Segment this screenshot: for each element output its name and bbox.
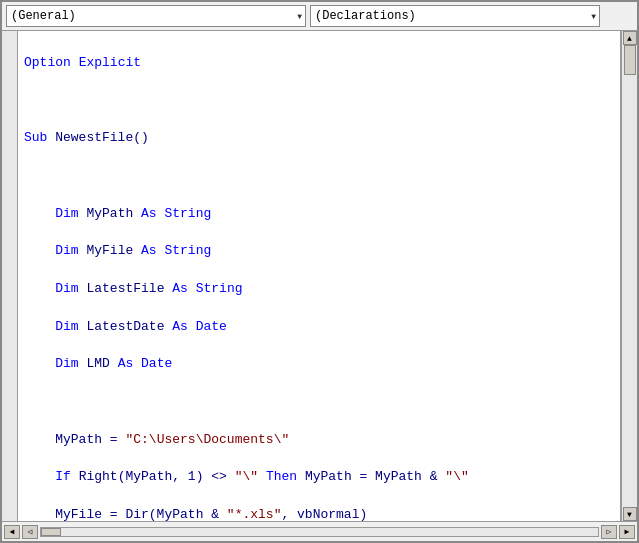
editor-area: Option Explicit Sub NewestFile() Dim MyP… <box>2 31 637 521</box>
code-line-1: Option Explicit <box>24 54 614 73</box>
bottom-bar: ◀ ◁ ▷ ▶ <box>2 521 637 541</box>
general-dropdown-wrapper: (General) <box>6 5 306 27</box>
code-line-8: Dim LatestDate As Date <box>24 318 614 337</box>
scroll-track <box>622 45 637 507</box>
general-dropdown[interactable]: (General) <box>6 5 306 27</box>
code-container[interactable]: Option Explicit Sub NewestFile() Dim MyP… <box>18 31 621 521</box>
code-line-3: Sub NewestFile() <box>24 129 614 148</box>
scroll-left-button[interactable]: ◀ <box>4 525 20 539</box>
code-line-7: Dim LatestFile As String <box>24 280 614 299</box>
code-line-11: MyPath = "C:\Users\Documents\" <box>24 431 614 450</box>
scroll-step-right-button[interactable]: ▷ <box>601 525 617 539</box>
code-line-4 <box>24 167 614 186</box>
code-line-9: Dim LMD As Date <box>24 355 614 374</box>
left-scrollbar <box>2 31 18 521</box>
scroll-thumb[interactable] <box>624 45 636 75</box>
declarations-dropdown[interactable]: (Declarations) <box>310 5 600 27</box>
horizontal-scroll-track <box>40 527 599 537</box>
toolbar: (General) (Declarations) <box>2 2 637 31</box>
declarations-dropdown-wrapper: (Declarations) <box>310 5 600 27</box>
scroll-step-left-button[interactable]: ◁ <box>22 525 38 539</box>
code-line-13: MyFile = Dir(MyPath & "*.xls", vbNormal) <box>24 506 614 521</box>
scroll-right-button[interactable]: ▶ <box>619 525 635 539</box>
code-line-6: Dim MyFile As String <box>24 242 614 261</box>
vba-editor-window: (General) (Declarations) Option Explicit… <box>0 0 639 543</box>
code-line-10 <box>24 393 614 412</box>
code-line-12: If Right(MyPath, 1) <> "\" Then MyPath =… <box>24 468 614 487</box>
code-content: Option Explicit Sub NewestFile() Dim MyP… <box>18 31 620 521</box>
right-scrollbar[interactable]: ▲ ▼ <box>621 31 637 521</box>
code-line-5: Dim MyPath As String <box>24 205 614 224</box>
code-line-2 <box>24 92 614 111</box>
scroll-down-button[interactable]: ▼ <box>623 507 637 521</box>
horizontal-scroll-thumb[interactable] <box>41 528 61 536</box>
scroll-up-button[interactable]: ▲ <box>623 31 637 45</box>
